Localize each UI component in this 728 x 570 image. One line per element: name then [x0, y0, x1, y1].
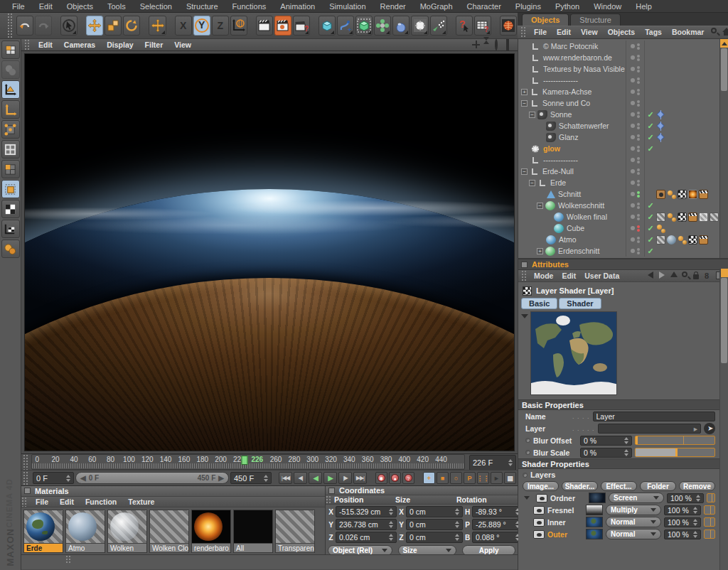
tab-shader[interactable]: Shader	[559, 298, 601, 309]
layer-opacity-field[interactable]: 100 %	[664, 505, 701, 515]
visibility-dots[interactable]	[637, 225, 640, 232]
visibility-toggles[interactable]	[626, 109, 645, 120]
blend-mode-dropdown[interactable]: Normal	[606, 529, 661, 539]
tree-row[interactable]: −Erde-Null	[518, 166, 719, 177]
y-axis-lock[interactable]: Y	[193, 16, 210, 36]
expand-plus-icon[interactable]: +	[521, 89, 528, 95]
material-thumbnail[interactable]	[276, 510, 314, 543]
layer-visibility-icon[interactable]	[533, 506, 545, 515]
visibility-dots[interactable]	[637, 248, 640, 254]
menu-file[interactable]: File	[6, 1, 31, 11]
attributes-menu-user-data[interactable]: User Data	[580, 271, 623, 280]
coordinates-titlebar[interactable]: Coordinates	[326, 486, 518, 495]
material-thumbnail[interactable]	[24, 510, 63, 543]
key-position-toggle[interactable]: +	[423, 472, 435, 484]
render-view-icon[interactable]	[256, 16, 273, 36]
scroll-thumb[interactable]	[721, 48, 727, 91]
enable-check[interactable]: ✓	[645, 224, 656, 233]
name-input[interactable]: Layer	[593, 412, 715, 421]
layer-dot[interactable]	[631, 124, 635, 128]
tree-row[interactable]: © Marc Potocnik	[518, 41, 719, 52]
menu-help[interactable]: Help	[629, 1, 658, 11]
glow-tag[interactable]	[688, 190, 697, 199]
scale-tool-icon[interactable]	[105, 16, 122, 36]
visibility-toggles[interactable]	[626, 75, 645, 86]
checker-tag[interactable]	[678, 213, 687, 222]
om-menu-edit[interactable]: Edit	[552, 28, 576, 36]
visibility-dots[interactable]	[637, 237, 640, 243]
coordinate-spinner[interactable]	[454, 508, 459, 515]
menu-tools[interactable]: Tools	[101, 1, 132, 11]
play-backward-button[interactable]: ◀	[309, 472, 322, 484]
object-axis-icon[interactable]	[1, 100, 20, 119]
layer-dot[interactable]	[631, 169, 635, 173]
coordinate-field[interactable]: 0 cm	[406, 506, 463, 517]
visibility-dots[interactable]	[637, 100, 640, 107]
menu-objects[interactable]: Objects	[60, 1, 100, 11]
om-menu-bookmar[interactable]: Bookmar	[667, 28, 710, 36]
blur-scale-slider[interactable]	[635, 448, 715, 457]
visibility-toggles[interactable]	[626, 188, 645, 200]
visibility-dots[interactable]	[637, 112, 640, 118]
coordinate-field[interactable]: -89.93 °	[472, 506, 523, 517]
visibility-toggles[interactable]	[626, 200, 645, 211]
coordinate-spinner[interactable]	[454, 521, 459, 528]
coordinate-system-icon[interactable]	[230, 16, 247, 36]
snap-settings-icon[interactable]	[1, 240, 20, 258]
blend-mode-dropdown[interactable]: Screen	[609, 493, 664, 503]
z-axis-lock[interactable]: Z	[212, 16, 229, 36]
goto-end-button[interactable]: ▶▶|	[353, 472, 367, 484]
viewport-menu-filter[interactable]: Filter	[139, 41, 169, 49]
blur-offset-spinner[interactable]	[623, 437, 628, 444]
coordinate-field[interactable]: 0 cm	[406, 519, 463, 530]
spheres-tag[interactable]	[667, 190, 676, 199]
tree-row[interactable]: Atmo✓	[518, 234, 719, 245]
attributes-scrollbar[interactable]	[719, 269, 728, 570]
visibility-toggles[interactable]	[626, 131, 645, 143]
timeline-grip[interactable]	[23, 454, 28, 470]
coordinates-grip[interactable]	[326, 495, 331, 504]
layer-thumbnail[interactable]	[586, 529, 603, 539]
keyframe-selection-button[interactable]: ?	[402, 472, 414, 484]
help-icon[interactable]: ?	[456, 16, 473, 36]
shader-button[interactable]: Shader...	[562, 481, 598, 491]
panel-icon[interactable]	[328, 488, 335, 494]
texture-mode-icon[interactable]	[1, 180, 20, 198]
opacity-spinner[interactable]	[692, 507, 697, 514]
collapse-minus-icon[interactable]: −	[529, 180, 535, 186]
playhead[interactable]	[242, 456, 248, 465]
target-tag[interactable]	[656, 122, 665, 131]
tree-row[interactable]: Glanz✓	[518, 131, 719, 143]
visibility-toggles[interactable]	[626, 120, 645, 131]
visibility-toggles[interactable]	[626, 143, 645, 154]
layer-browse-icon[interactable]: ➤	[704, 423, 715, 434]
blur-scale-spinner[interactable]	[623, 449, 628, 456]
render-picture-icon[interactable]	[274, 16, 291, 36]
tree-row[interactable]: −Wolkenschnitt✓	[518, 200, 719, 211]
layer-dot[interactable]	[631, 55, 635, 60]
preview-expander-icon[interactable]	[521, 314, 528, 318]
blend-mode-dropdown[interactable]: Normal	[606, 517, 661, 527]
menu-animation[interactable]: Animation	[274, 1, 321, 11]
tree-row[interactable]: --------------	[518, 75, 719, 86]
shader-layer-row[interactable]: OuterNormal100 %	[518, 528, 719, 540]
menu-structure[interactable]: Structure	[180, 1, 225, 11]
live-selection-icon[interactable]	[60, 16, 77, 36]
camera-tag[interactable]	[656, 190, 665, 199]
loop-start-spinner[interactable]	[65, 475, 70, 482]
toolbar-grip[interactable]	[7, 13, 13, 38]
material-atmo[interactable]: Atmo	[65, 510, 105, 553]
blur-scale-field[interactable]: 0 %	[580, 448, 632, 458]
menu-character[interactable]: Character	[461, 1, 508, 11]
viewport-grip[interactable]	[24, 39, 30, 50]
panel-grip[interactable]	[520, 26, 526, 39]
coordinate-field[interactable]: 236.738 cm	[336, 519, 397, 530]
viewport-menu-edit[interactable]: Edit	[33, 41, 58, 49]
materials-menu-edit[interactable]: Edit	[54, 498, 80, 506]
folder-button[interactable]: Folder	[640, 481, 676, 491]
spheres-tag[interactable]	[656, 224, 665, 233]
enable-check[interactable]: ✓	[645, 122, 656, 131]
visibility-toggles[interactable]	[626, 41, 645, 52]
timeline-ruler[interactable]: 0204060801001201401601802002202602803003…	[31, 454, 465, 470]
tree-row[interactable]: www.renderbaron.de	[518, 52, 719, 63]
